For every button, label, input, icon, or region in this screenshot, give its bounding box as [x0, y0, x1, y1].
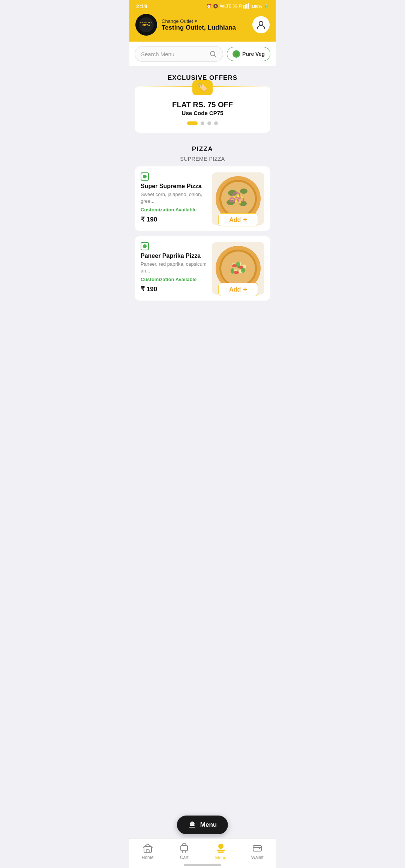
svg-point-24: [239, 201, 241, 204]
svg-text:PIZZA: PIZZA: [142, 24, 150, 27]
add-button-1[interactable]: Add +: [218, 213, 258, 226]
svg-rect-0: [243, 5, 244, 9]
outlet-name: Testing Outlet, Ludhiana: [162, 24, 248, 31]
svg-point-38: [231, 268, 234, 274]
pizza-section: PIZZA SUPREME PIZZA Super Supreme Pizza …: [129, 140, 276, 301]
pizza-customize-1: Customization Available: [141, 207, 207, 213]
pizza-price-1: ₹ 190: [141, 216, 207, 223]
offer-carousel: 🏷️ FLAT RS. 75 OFF Use Code CP75: [135, 86, 270, 133]
pizza-customize-2: Customization Available: [141, 277, 207, 282]
status-icons: ⏰ 🔕 VoLTE 5G R 100% 🔋: [206, 3, 269, 9]
veg-badge-2: [141, 242, 149, 250]
pizza-desc-2: Paneer, red paprika, capsicum an...: [141, 261, 207, 274]
search-box[interactable]: Search Menu: [135, 46, 223, 62]
dot-4: [214, 121, 218, 125]
header: CANADIAN PIZZA Change Outlet ▾ Testing O…: [129, 11, 276, 42]
search-row: Search Menu 🌿 Pure Veg: [129, 42, 276, 67]
svg-point-23: [235, 200, 237, 202]
svg-point-22: [241, 196, 243, 199]
veg-leaf-icon: 🌿: [232, 50, 240, 58]
svg-point-14: [240, 189, 248, 194]
svg-point-36: [236, 262, 240, 268]
add-button-2[interactable]: Add +: [218, 283, 258, 296]
pizza-name-2: Paneer Paprika Pizza: [141, 253, 207, 259]
offer-main-text: FLAT RS. 75 OFF: [135, 99, 270, 110]
svg-rect-3: [248, 3, 249, 9]
veg-badge-1: [141, 172, 149, 181]
pizza-card-2: Paneer Paprika Pizza Paneer, red paprika…: [135, 236, 270, 301]
pizza-section-title: PIZZA: [129, 140, 276, 156]
outlet-info: Change Outlet ▾ Testing Outlet, Ludhiana: [162, 18, 248, 31]
svg-point-21: [237, 195, 239, 197]
svg-rect-1: [245, 4, 246, 9]
change-outlet-button[interactable]: Change Outlet ▾: [162, 18, 248, 24]
card-right-1: Add +: [212, 172, 264, 225]
dot-3: [207, 121, 211, 125]
pure-veg-button[interactable]: 🌿 Pure Veg: [227, 47, 270, 61]
search-placeholder: Search Menu: [141, 51, 206, 57]
status-bar: 2:19 ⏰ 🔕 VoLTE 5G R 100% 🔋: [129, 0, 276, 11]
outlet-logo: CANADIAN PIZZA: [135, 14, 157, 36]
pizza-name-1: Super Supreme Pizza: [141, 183, 207, 190]
dot-1: [187, 121, 198, 125]
svg-point-27: [221, 251, 255, 285]
carousel-dots: [135, 121, 270, 125]
svg-point-35: [234, 271, 239, 274]
main-content: EXCLUSIVE OFFERS 🏷️ FLAT RS. 75 OFF Use …: [129, 67, 276, 343]
pizza-card-1: Super Supreme Pizza Sweet corn, jalapeno…: [135, 166, 270, 231]
svg-rect-2: [246, 4, 248, 9]
card-left-2: Paneer Paprika Pizza Paneer, red paprika…: [141, 242, 207, 293]
svg-point-37: [241, 268, 245, 273]
pizza-price-2: ₹ 190: [141, 285, 207, 293]
dot-2: [201, 121, 204, 125]
status-time: 2:19: [136, 3, 147, 9]
svg-point-20: [233, 196, 236, 198]
pizza-subsection-title: SUPREME PIZZA: [129, 156, 276, 166]
veg-dot-2: [143, 244, 147, 248]
veg-dot-1: [143, 175, 147, 178]
pizza-desc-1: Sweet corn, jalapeno, onion, gree...: [141, 191, 207, 205]
offer-icon-wrap: 🏷️: [135, 80, 270, 95]
card-right-2: Add +: [212, 242, 264, 295]
card-left-1: Super Supreme Pizza Sweet corn, jalapeno…: [141, 172, 207, 223]
profile-button[interactable]: [252, 16, 270, 33]
offer-code-text: Use Code CP75: [135, 110, 270, 121]
svg-text:CANADIAN: CANADIAN: [140, 21, 152, 24]
svg-point-33: [232, 264, 237, 267]
search-icon: [209, 50, 217, 58]
offer-discount-icon: 🏷️: [192, 80, 213, 95]
svg-point-7: [259, 21, 263, 25]
svg-line-9: [214, 55, 216, 57]
